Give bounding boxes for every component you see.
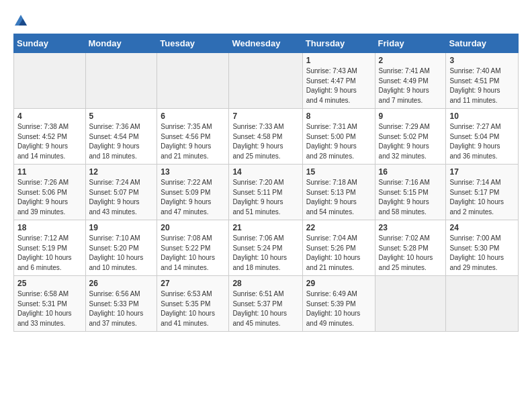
calendar-cell: 16Sunrise: 7:16 AM Sunset: 5:15 PM Dayli… (375, 165, 446, 220)
day-detail: Sunrise: 7:27 AM Sunset: 5:04 PM Dayligh… (449, 122, 515, 161)
week-row-4: 25Sunrise: 6:58 AM Sunset: 5:31 PM Dayli… (14, 276, 519, 332)
day-detail: Sunrise: 7:02 AM Sunset: 5:28 PM Dayligh… (379, 234, 443, 273)
calendar-cell: 21Sunrise: 7:06 AM Sunset: 5:24 PM Dayli… (229, 220, 302, 276)
day-detail: Sunrise: 7:40 AM Sunset: 4:51 PM Dayligh… (449, 66, 515, 105)
day-detail: Sunrise: 6:56 AM Sunset: 5:33 PM Dayligh… (89, 289, 154, 328)
day-detail: Sunrise: 7:26 AM Sunset: 5:06 PM Dayligh… (17, 178, 82, 217)
day-number: 6 (161, 111, 225, 121)
day-number: 14 (232, 167, 298, 177)
day-number: 13 (161, 167, 225, 177)
day-number: 16 (379, 167, 443, 177)
day-detail: Sunrise: 7:24 AM Sunset: 5:07 PM Dayligh… (89, 178, 154, 217)
header-sunday: Sunday (14, 34, 86, 53)
header-wednesday: Wednesday (229, 34, 302, 53)
calendar-cell: 10Sunrise: 7:27 AM Sunset: 5:04 PM Dayli… (446, 109, 519, 165)
calendar-cell (375, 276, 446, 332)
day-number: 11 (17, 167, 82, 177)
day-number: 10 (449, 111, 515, 121)
calendar-cell: 17Sunrise: 7:14 AM Sunset: 5:17 PM Dayli… (446, 165, 519, 220)
day-number: 7 (232, 111, 298, 121)
day-detail: Sunrise: 7:12 AM Sunset: 5:19 PM Dayligh… (17, 234, 82, 273)
day-detail: Sunrise: 7:31 AM Sunset: 5:00 PM Dayligh… (306, 122, 371, 161)
calendar-cell: 9Sunrise: 7:29 AM Sunset: 5:02 PM Daylig… (375, 109, 446, 165)
day-number: 17 (449, 167, 515, 177)
day-number: 8 (306, 111, 371, 121)
calendar-cell: 23Sunrise: 7:02 AM Sunset: 5:28 PM Dayli… (375, 220, 446, 276)
day-detail: Sunrise: 7:22 AM Sunset: 5:09 PM Dayligh… (161, 178, 225, 217)
calendar-cell: 13Sunrise: 7:22 AM Sunset: 5:09 PM Dayli… (157, 165, 229, 220)
calendar-cell: 6Sunrise: 7:35 AM Sunset: 4:56 PM Daylig… (157, 109, 229, 165)
day-detail: Sunrise: 7:20 AM Sunset: 5:11 PM Dayligh… (232, 178, 298, 217)
calendar-cell (229, 53, 302, 109)
calendar-cell (14, 53, 86, 109)
calendar-cell: 15Sunrise: 7:18 AM Sunset: 5:13 PM Dayli… (302, 165, 375, 220)
day-detail: Sunrise: 7:16 AM Sunset: 5:15 PM Dayligh… (379, 178, 443, 217)
calendar-cell: 11Sunrise: 7:26 AM Sunset: 5:06 PM Dayli… (14, 165, 86, 220)
calendar-cell: 3Sunrise: 7:40 AM Sunset: 4:51 PM Daylig… (446, 53, 519, 109)
day-number: 26 (89, 279, 154, 288)
week-row-1: 4Sunrise: 7:38 AM Sunset: 4:52 PM Daylig… (14, 109, 519, 165)
header-saturday: Saturday (446, 34, 519, 53)
calendar-cell: 5Sunrise: 7:36 AM Sunset: 4:54 PM Daylig… (85, 109, 157, 165)
day-detail: Sunrise: 7:14 AM Sunset: 5:17 PM Dayligh… (449, 178, 515, 217)
day-detail: Sunrise: 6:53 AM Sunset: 5:35 PM Dayligh… (161, 289, 225, 328)
calendar-cell: 8Sunrise: 7:31 AM Sunset: 5:00 PM Daylig… (302, 109, 375, 165)
calendar-cell (85, 53, 157, 109)
logo-icon (13, 13, 28, 28)
day-number: 28 (232, 279, 298, 288)
day-number: 23 (379, 223, 443, 232)
day-number: 1 (306, 56, 371, 65)
week-row-0: 1Sunrise: 7:43 AM Sunset: 4:47 PM Daylig… (14, 53, 519, 109)
calendar-cell: 19Sunrise: 7:10 AM Sunset: 5:20 PM Dayli… (85, 220, 157, 276)
day-detail: Sunrise: 6:58 AM Sunset: 5:31 PM Dayligh… (17, 289, 82, 328)
day-detail: Sunrise: 7:29 AM Sunset: 5:02 PM Dayligh… (379, 122, 443, 161)
day-number: 25 (17, 279, 82, 288)
day-detail: Sunrise: 7:41 AM Sunset: 4:49 PM Dayligh… (379, 66, 443, 105)
logo (13, 13, 31, 28)
calendar-cell: 14Sunrise: 7:20 AM Sunset: 5:11 PM Dayli… (229, 165, 302, 220)
header-row: SundayMondayTuesdayWednesdayThursdayFrid… (14, 34, 519, 53)
day-number: 24 (449, 223, 515, 232)
day-detail: Sunrise: 7:06 AM Sunset: 5:24 PM Dayligh… (232, 234, 298, 273)
day-detail: Sunrise: 7:10 AM Sunset: 5:20 PM Dayligh… (89, 234, 154, 273)
day-detail: Sunrise: 7:36 AM Sunset: 4:54 PM Dayligh… (89, 122, 154, 161)
day-detail: Sunrise: 6:51 AM Sunset: 5:37 PM Dayligh… (232, 289, 298, 328)
day-detail: Sunrise: 7:43 AM Sunset: 4:47 PM Dayligh… (306, 66, 371, 105)
day-number: 29 (306, 279, 371, 288)
day-number: 27 (161, 279, 225, 288)
day-detail: Sunrise: 7:38 AM Sunset: 4:52 PM Dayligh… (17, 122, 82, 161)
day-detail: Sunrise: 7:18 AM Sunset: 5:13 PM Dayligh… (306, 178, 371, 217)
header-friday: Friday (375, 34, 446, 53)
calendar-cell (157, 53, 229, 109)
calendar-header: SundayMondayTuesdayWednesdayThursdayFrid… (14, 34, 519, 53)
calendar-cell: 27Sunrise: 6:53 AM Sunset: 5:35 PM Dayli… (157, 276, 229, 332)
calendar-cell: 25Sunrise: 6:58 AM Sunset: 5:31 PM Dayli… (14, 276, 86, 332)
day-number: 19 (89, 223, 154, 232)
page-header (13, 11, 519, 28)
day-detail: Sunrise: 7:00 AM Sunset: 5:30 PM Dayligh… (449, 234, 515, 273)
day-detail: Sunrise: 6:49 AM Sunset: 5:39 PM Dayligh… (306, 289, 371, 328)
calendar-cell: 12Sunrise: 7:24 AM Sunset: 5:07 PM Dayli… (85, 165, 157, 220)
calendar-body: 1Sunrise: 7:43 AM Sunset: 4:47 PM Daylig… (14, 53, 519, 332)
week-row-3: 18Sunrise: 7:12 AM Sunset: 5:19 PM Dayli… (14, 220, 519, 276)
calendar-cell: 2Sunrise: 7:41 AM Sunset: 4:49 PM Daylig… (375, 53, 446, 109)
day-number: 15 (306, 167, 371, 177)
calendar-cell: 28Sunrise: 6:51 AM Sunset: 5:37 PM Dayli… (229, 276, 302, 332)
day-number: 21 (232, 223, 298, 232)
header-monday: Monday (85, 34, 157, 53)
day-number: 18 (17, 223, 82, 232)
calendar-cell: 18Sunrise: 7:12 AM Sunset: 5:19 PM Dayli… (14, 220, 86, 276)
calendar-cell: 26Sunrise: 6:56 AM Sunset: 5:33 PM Dayli… (85, 276, 157, 332)
day-detail: Sunrise: 7:08 AM Sunset: 5:22 PM Dayligh… (161, 234, 225, 273)
calendar-cell: 22Sunrise: 7:04 AM Sunset: 5:26 PM Dayli… (302, 220, 375, 276)
day-detail: Sunrise: 7:04 AM Sunset: 5:26 PM Dayligh… (306, 234, 371, 273)
header-thursday: Thursday (302, 34, 375, 53)
day-number: 9 (379, 111, 443, 121)
calendar-cell: 4Sunrise: 7:38 AM Sunset: 4:52 PM Daylig… (14, 109, 86, 165)
day-detail: Sunrise: 7:35 AM Sunset: 4:56 PM Dayligh… (161, 122, 225, 161)
day-number: 5 (89, 111, 154, 121)
header-tuesday: Tuesday (157, 34, 229, 53)
day-number: 3 (449, 56, 515, 65)
day-number: 4 (17, 111, 82, 121)
week-row-2: 11Sunrise: 7:26 AM Sunset: 5:06 PM Dayli… (14, 165, 519, 220)
